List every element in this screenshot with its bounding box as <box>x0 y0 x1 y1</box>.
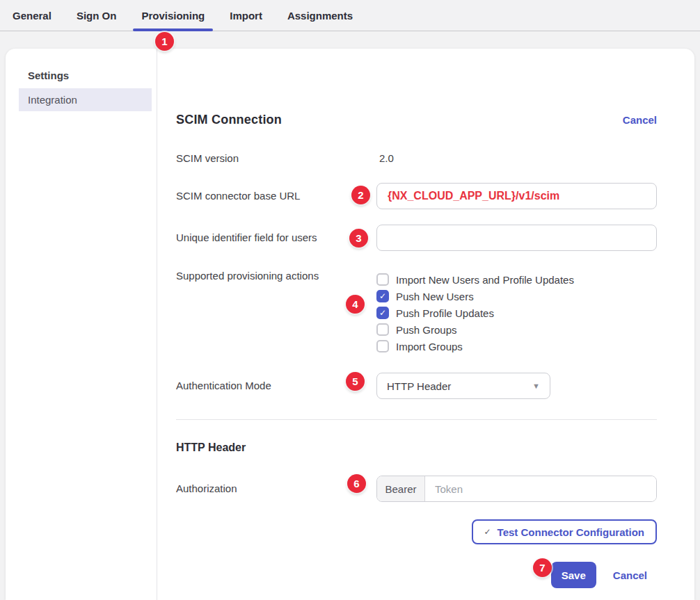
authorization-label: Authorization <box>176 476 376 502</box>
provisioning-actions-label: Supported provisioning actions <box>176 270 376 355</box>
step-badge-7: 7 <box>533 558 552 577</box>
scim-form-area: SCIM Connection Cancel SCIM version 2.0 … <box>157 49 694 600</box>
section-divider <box>176 419 657 420</box>
cancel-link-bottom[interactable]: Cancel <box>613 569 647 581</box>
checkbox-icon[interactable] <box>376 340 389 352</box>
checkbox-label: Push New Users <box>396 291 474 302</box>
check-icon: ✓ <box>484 527 491 537</box>
step-badge-4: 4 <box>346 295 365 314</box>
save-button[interactable]: Save <box>551 562 596 588</box>
step-badge-3: 3 <box>349 229 368 248</box>
checkbox-push-new-users[interactable]: Push New Users <box>376 288 657 305</box>
settings-sidebar: Settings Integration <box>6 49 157 600</box>
unique-id-input[interactable] <box>376 225 657 251</box>
checkbox-push-profile-updates[interactable]: Push Profile Updates <box>376 305 657 321</box>
checkbox-push-groups[interactable]: Push Groups <box>376 321 657 338</box>
step-badge-6: 6 <box>347 474 366 493</box>
checkbox-label: Import New Users and Profile Updates <box>396 274 574 286</box>
checkbox-label: Push Groups <box>396 324 457 336</box>
provisioning-card: Settings Integration SCIM Connection Can… <box>6 49 694 600</box>
checkbox-label: Push Profile Updates <box>396 307 494 319</box>
step-badge-2: 2 <box>351 186 370 204</box>
step-badge-5: 5 <box>346 372 365 391</box>
checkbox-icon[interactable] <box>376 273 389 286</box>
step-badge-1: 1 <box>155 32 174 51</box>
cancel-link-top[interactable]: Cancel <box>623 114 657 126</box>
test-connector-button[interactable]: ✓ Test Connector Configuration <box>472 519 657 544</box>
app-tabbar: General Sign On Provisioning Import Assi… <box>0 0 700 31</box>
tab-import[interactable]: Import <box>217 0 275 31</box>
auth-mode-select[interactable]: HTTP Header ▼ <box>376 373 550 399</box>
bearer-prefix: Bearer <box>377 476 425 501</box>
token-input[interactable] <box>425 476 656 501</box>
base-url-label: SCIM connector base URL <box>176 183 376 209</box>
tab-provisioning[interactable]: Provisioning <box>129 0 217 31</box>
http-header-section-title: HTTP Header <box>176 441 657 454</box>
checkbox-icon[interactable] <box>376 290 389 302</box>
auth-mode-value: HTTP Header <box>387 380 451 392</box>
page-title: SCIM Connection <box>176 113 282 127</box>
checkbox-import-new-users[interactable]: Import New Users and Profile Updates <box>376 271 657 288</box>
scim-version-label: SCIM version <box>176 152 376 164</box>
authorization-input-group: Bearer <box>376 476 657 502</box>
sidebar-item-integration[interactable]: Integration <box>19 88 152 111</box>
checkbox-label: Import Groups <box>396 341 463 352</box>
checkbox-icon[interactable] <box>376 323 389 336</box>
test-connector-label: Test Connector Configuration <box>498 526 644 538</box>
checkbox-import-groups[interactable]: Import Groups <box>376 338 657 355</box>
sidebar-section-label: Settings <box>28 70 157 81</box>
base-url-input[interactable] <box>376 183 657 209</box>
tab-general[interactable]: General <box>0 0 64 31</box>
checkbox-icon[interactable] <box>376 307 389 319</box>
scim-version-value: 2.0 <box>376 152 657 164</box>
tab-assignments[interactable]: Assignments <box>275 0 365 31</box>
chevron-down-icon: ▼ <box>532 382 540 390</box>
tab-sign-on[interactable]: Sign On <box>64 0 129 31</box>
unique-id-label: Unique identifier field for users <box>176 225 376 251</box>
